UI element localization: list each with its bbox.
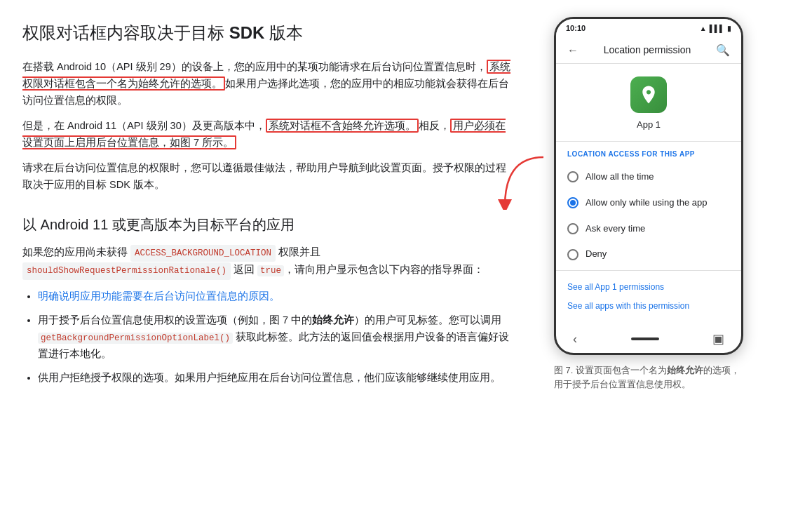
radio-deny[interactable]: [567, 249, 578, 260]
back-button[interactable]: ←: [567, 41, 578, 60]
figure-caption: 图 7. 设置页面包含一个名为始终允许的选项，用于授予后台位置置信息使用权。: [554, 363, 743, 392]
main-content: 权限对话框内容取决于目标 SDK 版本 在搭载 Android 10（API 级…: [0, 0, 533, 508]
bullet-list: 明确说明应用功能需要在后台访问位置信息的原因。 用于授予后台位置信息使用权的设置…: [38, 288, 510, 387]
option-label-4: Deny: [586, 247, 607, 262]
phone-link-2[interactable]: See all apps with this permission: [567, 300, 730, 313]
bullet-link-1[interactable]: 明确说明应用功能需要在后台访问位置信息的原因。: [38, 290, 280, 302]
phone-links-area: See all App 1 permissions See all apps w…: [556, 270, 741, 324]
paragraph-1: 在搭载 Android 10（API 级别 29）的设备上，您的应用中的某项功能…: [22, 59, 510, 109]
app-icon-area: App 1: [556, 64, 741, 142]
search-icon[interactable]: 🔍: [716, 41, 730, 60]
page-title: 权限对话框内容取决于目标 SDK 版本: [22, 20, 510, 46]
right-panel: 10:10 ▲ ▌▌▌ ▮ ← Location permission 🔍: [533, 0, 771, 508]
phone-bottom-nav: ‹ ▣: [556, 325, 741, 354]
wifi-icon: ▲: [700, 23, 707, 34]
app-icon: [630, 76, 667, 113]
nav-back-icon[interactable]: ‹: [573, 329, 577, 349]
option-label-3: Ask every time: [586, 222, 645, 236]
status-icons: ▲ ▌▌▌ ▮: [700, 23, 731, 34]
option-label-2: Allow only while using the app: [586, 196, 707, 210]
home-pill[interactable]: [631, 337, 659, 340]
phone-option-2[interactable]: Allow only while using the app: [556, 190, 741, 216]
location-icon: [638, 84, 659, 105]
phone-option-4[interactable]: Deny: [556, 241, 741, 267]
app-name: App 1: [637, 118, 661, 133]
signal-icon: ▌▌▌: [710, 23, 724, 34]
figure-caption-bold: 始终允许: [667, 365, 703, 375]
nav-recent-icon[interactable]: ▣: [712, 329, 724, 349]
screen-title: Location permission: [604, 42, 691, 58]
phone-section-label: LOCATION ACCESS FOR THIS APP: [556, 142, 741, 164]
option-label-1: Allow all the time: [586, 170, 654, 185]
phone-mockup: 10:10 ▲ ▌▌▌ ▮ ← Location permission 🔍: [554, 17, 743, 355]
section-title-android11: 以 Android 11 或更高版本为目标平台的应用: [22, 213, 510, 236]
radio-allow-while-using[interactable]: [567, 197, 578, 208]
status-time: 10:10: [566, 22, 586, 35]
phone-nav-bar: ← Location permission 🔍: [556, 37, 741, 65]
radio-ask-every-time[interactable]: [567, 223, 578, 234]
phone-status-bar: 10:10 ▲ ▌▌▌ ▮: [556, 19, 741, 37]
phone-option-3[interactable]: Ask every time: [556, 216, 741, 242]
list-item: 用于授予后台位置信息使用权的设置选项（例如，图 7 中的始终允许）的用户可见标签…: [38, 312, 510, 363]
list-item: 供用户拒绝授予权限的选项。如果用户拒绝应用在后台访问位置信息，他们应该能够继续使…: [38, 370, 510, 387]
paragraph-2: 但是，在 Android 11（API 级别 30）及更高版本中，系统对话框不含…: [22, 118, 510, 152]
radio-allow-all[interactable]: [567, 171, 578, 182]
paragraph-4: 如果您的应用尚未获得 ACCESS_BACKGROUND_LOCATION 权限…: [22, 244, 510, 280]
list-item: 明确说明应用功能需要在后台访问位置信息的原因。: [38, 288, 510, 305]
battery-icon: ▮: [727, 23, 731, 34]
phone-link-1[interactable]: See all App 1 permissions: [567, 281, 730, 294]
paragraph-3: 请求在后台访问位置信息的权限时，您可以遵循最佳做法，帮助用户导航到此设置页面。授…: [22, 160, 510, 194]
phone-option-1[interactable]: Allow all the time: [556, 164, 741, 190]
phone-wrapper: 10:10 ▲ ▌▌▌ ▮ ← Location permission 🔍: [540, 17, 757, 392]
